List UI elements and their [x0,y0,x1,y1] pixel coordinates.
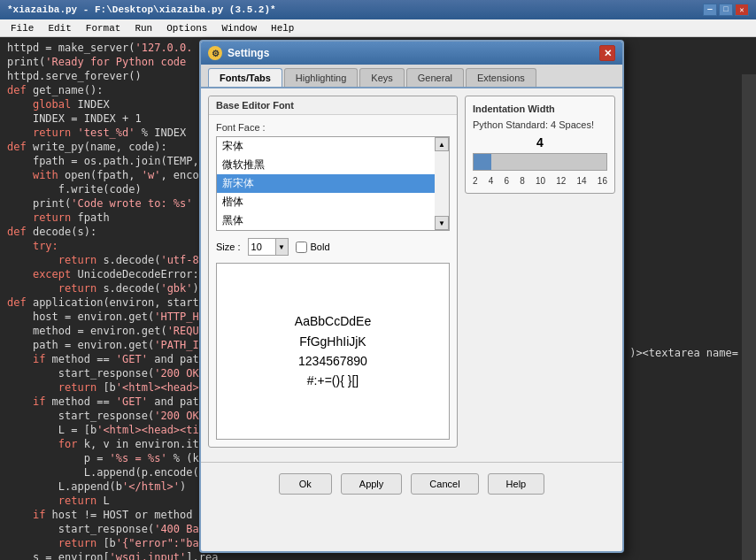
preview-line-3: 1234567890 [295,351,371,371]
font-preview-box: AaBbCcDdEe FfGgHhIiJjK 1234567890 #:+=()… [216,263,450,440]
font-list-container: 宋体 微软推黑 新宋体 楷体 黑体 ▲ ▼ [216,136,450,231]
dialog-body: Base Editor Font Font Face : 宋体 微软推黑 新宋体… [201,88,622,462]
dialog-title: Settings [228,47,269,59]
dialog-footer: Ok Apply Cancel Help [201,462,622,505]
menu-bar: File Edit Format Run Options Window Help [0,19,756,37]
tab-general[interactable]: General [406,68,464,87]
bold-label: Bold [311,242,330,252]
bold-checkbox: Bold [296,242,330,253]
minimize-button[interactable]: — [703,4,717,16]
menu-edit[interactable]: Edit [41,19,78,36]
indentation-panel: Indentation Width Python Standard: 4 Spa… [465,96,615,194]
size-arrow-button[interactable]: ▼ [275,239,288,255]
font-list: 宋体 微软推黑 新宋体 楷体 黑体 [217,137,449,230]
slider-label-16: 16 [598,176,607,186]
indentation-value: 4 [473,135,607,150]
font-item-xinsongti[interactable]: 新宋体 [217,174,449,193]
preview-line-2: FfGgHhIiJjK [295,332,371,351]
font-size-row: Size : ▼ Bold [216,238,450,256]
slider-label-12: 12 [556,176,566,186]
preview-line-4: #:+=(){ }[] [295,371,371,390]
bold-checkbox-input[interactable] [296,242,307,253]
menu-run[interactable]: Run [127,19,159,36]
font-face-label: Font Face : [216,122,450,133]
indentation-title: Indentation Width [473,104,607,114]
dialog-close-button[interactable]: ✕ [599,45,615,61]
size-input-group: ▼ [248,238,289,256]
slider-label-8: 8 [520,176,525,186]
indentation-slider[interactable] [473,153,607,171]
font-item-songti[interactable]: 宋体 [217,137,449,156]
tab-extensions[interactable]: Extensions [466,68,536,87]
font-scroll-track[interactable] [435,151,449,216]
tab-highlighting[interactable]: Highlighting [284,68,358,87]
font-item-weishantu[interactable]: 微软推黑 [217,156,449,174]
right-panel: Indentation Width Python Standard: 4 Spa… [465,96,615,455]
menu-format[interactable]: Format [79,19,128,36]
size-label: Size : [216,242,241,252]
tab-keys[interactable]: Keys [359,68,404,87]
slider-labels: 2 4 6 8 10 12 14 16 [473,176,607,186]
slider-thumb[interactable] [474,154,491,170]
settings-dialog: ⚙ Settings ✕ Fonts/Tabs Highlighting Key… [199,40,624,553]
tabs-bar: Fonts/Tabs Highlighting Keys General Ext… [201,65,622,88]
tab-fonts-tabs[interactable]: Fonts/Tabs [208,68,282,87]
editor-right-text: )><textarea name= [629,347,738,359]
slider-label-2: 2 [473,176,478,186]
font-scroll-up-button[interactable]: ▲ [435,137,449,151]
title-controls: — □ ✕ [703,4,749,16]
slider-label-10: 10 [536,176,545,186]
cancel-button[interactable]: Cancel [411,473,478,495]
font-scroll-down-button[interactable]: ▼ [435,216,449,230]
editor-scrollbar[interactable] [742,74,756,560]
base-font-group: Base Editor Font Font Face : 宋体 微软推黑 新宋体… [208,96,458,448]
window-title: *xiazaiba.py - F:\Desktop\xiazaiba.py (3… [7,4,276,15]
settings-icon: ⚙ [208,46,222,60]
menu-window[interactable]: Window [214,19,264,36]
window-close-button[interactable]: ✕ [735,4,749,16]
menu-options[interactable]: Options [159,19,214,36]
font-item-kaiti[interactable]: 楷体 [217,193,449,211]
menu-help[interactable]: Help [264,19,301,36]
left-panel: Base Editor Font Font Face : 宋体 微软推黑 新宋体… [208,96,458,455]
slider-label-14: 14 [577,176,587,186]
slider-label-4: 4 [489,176,494,186]
menu-file[interactable]: File [4,19,41,36]
apply-button[interactable]: Apply [341,473,403,495]
python-standard-label: Python Standard: 4 Spaces! [473,119,607,130]
preview-text: AaBbCcDdEe FfGgHhIiJjK 1234567890 #:+=()… [295,311,371,391]
dialog-title-bar: ⚙ Settings ✕ [201,42,622,65]
maximize-button[interactable]: □ [719,4,733,16]
editor-right-content: )><textarea name= [629,347,738,359]
ok-button[interactable]: Ok [279,473,332,495]
title-bar: *xiazaiba.py - F:\Desktop\xiazaiba.py (3… [0,0,756,19]
size-input[interactable] [249,241,275,253]
slider-label-6: 6 [504,176,509,186]
base-font-title: Base Editor Font [209,96,457,115]
preview-line-1: AaBbCcDdEe [295,311,371,331]
font-item-heiti[interactable]: 黑体 [217,211,449,230]
help-button[interactable]: Help [488,473,545,495]
